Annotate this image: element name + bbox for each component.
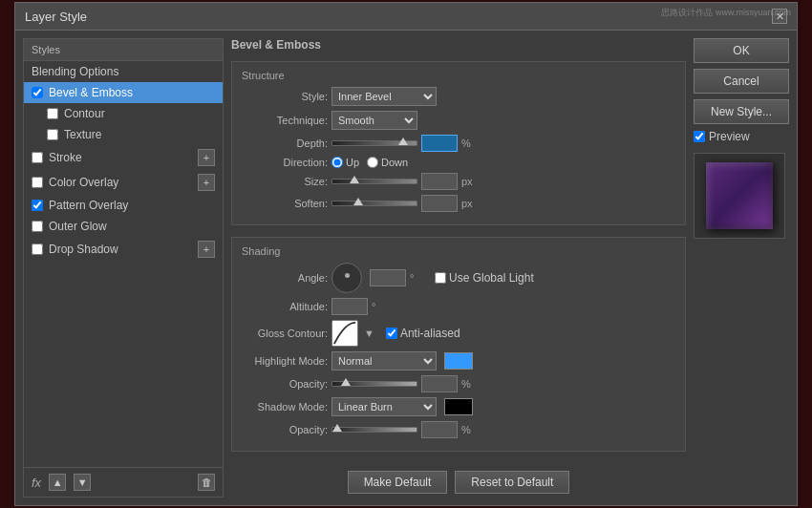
- pattern-overlay-label: Pattern Overlay: [49, 199, 128, 212]
- pattern-overlay-checkbox[interactable]: [32, 200, 43, 211]
- sidebar-item-bevel-emboss[interactable]: Bevel & Emboss: [24, 82, 223, 103]
- shadow-opacity-unit: %: [461, 424, 477, 435]
- depth-slider-thumb[interactable]: [398, 138, 408, 145]
- blending-options-label: Blending Options: [32, 65, 118, 78]
- gloss-contour-row: Gloss Contour: ▼ Anti-aliased: [242, 320, 675, 347]
- dialog-title: Layer Style: [25, 10, 87, 24]
- highlight-color-swatch[interactable]: [444, 352, 473, 370]
- left-panel: Styles Blending Options Bevel & Emboss C…: [23, 38, 224, 497]
- cancel-button[interactable]: Cancel: [694, 69, 789, 94]
- size-slider-track[interactable]: [331, 179, 417, 184]
- sidebar-item-contour[interactable]: Contour: [24, 103, 223, 124]
- ok-button[interactable]: OK: [694, 38, 789, 63]
- direction-up-label: Up: [346, 157, 359, 168]
- gloss-contour-preview[interactable]: [331, 320, 358, 347]
- preview-checkbox[interactable]: [694, 131, 705, 142]
- style-label: Style:: [242, 91, 328, 102]
- highlight-opacity-slider-track[interactable]: [331, 381, 417, 387]
- highlight-opacity-input[interactable]: 15: [421, 375, 458, 392]
- sidebar-item-blending-options[interactable]: Blending Options: [24, 61, 223, 82]
- texture-checkbox[interactable]: [47, 129, 58, 140]
- sidebar-item-color-overlay[interactable]: Color Overlay +: [24, 170, 223, 195]
- altitude-label: Altitude:: [242, 301, 328, 312]
- shading-section: Shading Angle: 90 ° Use Global Light: [231, 237, 686, 452]
- contour-dropdown-arrow[interactable]: ▼: [364, 328, 374, 339]
- structure-title: Structure: [242, 70, 675, 81]
- stroke-checkbox[interactable]: [32, 152, 43, 163]
- direction-down-radio[interactable]: [367, 157, 378, 168]
- preview-box: [694, 153, 785, 239]
- use-global-light-label: Use Global Light: [449, 271, 534, 285]
- soften-slider-track[interactable]: [331, 201, 417, 206]
- delete-button[interactable]: 🗑: [198, 474, 215, 491]
- angle-label: Angle:: [242, 272, 328, 284]
- shadow-opacity-row: Opacity: 0 %: [242, 421, 675, 438]
- contour-checkbox[interactable]: [47, 108, 58, 119]
- use-global-light-group: Use Global Light: [435, 271, 534, 285]
- move-up-button[interactable]: ▲: [49, 474, 66, 491]
- depth-input[interactable]: 719: [421, 135, 458, 152]
- depth-unit: %: [461, 138, 477, 149]
- reset-to-default-button[interactable]: Reset to Default: [455, 471, 569, 494]
- shadow-mode-select[interactable]: Linear Burn Normal Multiply: [331, 397, 437, 416]
- altitude-input[interactable]: 38: [331, 298, 368, 315]
- soften-slider-container: 16 px: [331, 195, 477, 212]
- highlight-mode-select[interactable]: Normal Dissolve Multiply Screen: [331, 351, 437, 370]
- direction-row: Direction: Up Down: [242, 157, 675, 168]
- highlight-opacity-slider-thumb[interactable]: [341, 378, 351, 386]
- make-default-button[interactable]: Make Default: [348, 471, 448, 494]
- size-slider-container: 13 px: [331, 173, 477, 190]
- drop-shadow-checkbox[interactable]: [32, 243, 43, 255]
- size-row: Size: 13 px: [242, 173, 675, 190]
- technique-select[interactable]: Smooth Chisel Hard Chisel Soft: [331, 111, 417, 130]
- depth-slider-track[interactable]: [331, 140, 417, 146]
- drop-shadow-label: Drop Shadow: [49, 243, 118, 256]
- direction-up-radio[interactable]: [331, 157, 343, 168]
- left-panel-bottom: fx ▲ ▼ 🗑: [24, 467, 223, 497]
- sidebar-item-pattern-overlay[interactable]: Pattern Overlay: [24, 195, 223, 216]
- soften-row: Soften: 16 px: [242, 195, 675, 212]
- sidebar-item-stroke[interactable]: Stroke +: [24, 145, 223, 170]
- angle-row: Angle: 90 ° Use Global Light: [242, 263, 675, 293]
- highlight-opacity-slider-container: 15 %: [331, 375, 477, 392]
- gloss-contour-label: Gloss Contour:: [242, 328, 328, 339]
- soften-slider-thumb[interactable]: [353, 198, 363, 205]
- drop-shadow-plus-button[interactable]: +: [198, 241, 215, 258]
- shadow-opacity-slider-track[interactable]: [331, 427, 417, 433]
- sidebar-item-outer-glow[interactable]: Outer Glow: [24, 216, 223, 237]
- stroke-plus-button[interactable]: +: [198, 149, 215, 166]
- angle-input[interactable]: 90: [370, 269, 406, 286]
- size-slider-thumb[interactable]: [350, 176, 359, 183]
- sidebar-item-drop-shadow[interactable]: Drop Shadow +: [24, 237, 223, 262]
- shadow-opacity-slider-thumb[interactable]: [332, 424, 342, 432]
- structure-section: Structure Style: Inner Bevel Outer Bevel…: [231, 61, 686, 225]
- depth-label: Depth:: [242, 138, 328, 149]
- new-style-button[interactable]: New Style...: [694, 99, 789, 124]
- color-overlay-plus-button[interactable]: +: [198, 174, 215, 191]
- technique-row: Technique: Smooth Chisel Hard Chisel Sof…: [242, 111, 675, 130]
- preview-check-group: Preview: [694, 130, 789, 143]
- size-unit: px: [461, 176, 477, 187]
- shadow-opacity-slider-container: 0 %: [331, 421, 477, 438]
- sidebar-item-texture[interactable]: Texture: [24, 124, 223, 145]
- outer-glow-checkbox[interactable]: [32, 221, 43, 232]
- left-panel-header: Styles: [24, 39, 223, 61]
- dialog-body: Styles Blending Options Bevel & Emboss C…: [15, 31, 797, 505]
- bevel-emboss-label: Bevel & Emboss: [49, 86, 133, 99]
- style-select[interactable]: Inner Bevel Outer Bevel Emboss: [331, 87, 437, 106]
- anti-aliased-label: Anti-aliased: [400, 327, 460, 340]
- move-down-button[interactable]: ▼: [74, 474, 91, 491]
- soften-input[interactable]: 16: [421, 195, 458, 212]
- anti-aliased-checkbox[interactable]: [386, 328, 397, 339]
- soften-label: Soften:: [242, 198, 328, 209]
- contour-label: Contour: [64, 107, 105, 120]
- fx-icon: fx: [32, 476, 41, 490]
- shadow-color-swatch[interactable]: [444, 398, 473, 415]
- soften-unit: px: [461, 198, 477, 209]
- color-overlay-checkbox[interactable]: [32, 177, 43, 188]
- shadow-opacity-input[interactable]: 0: [421, 421, 458, 438]
- bevel-emboss-checkbox[interactable]: [32, 87, 43, 98]
- angle-circle[interactable]: [331, 263, 362, 293]
- size-input[interactable]: 13: [421, 173, 458, 190]
- use-global-light-checkbox[interactable]: [435, 272, 446, 284]
